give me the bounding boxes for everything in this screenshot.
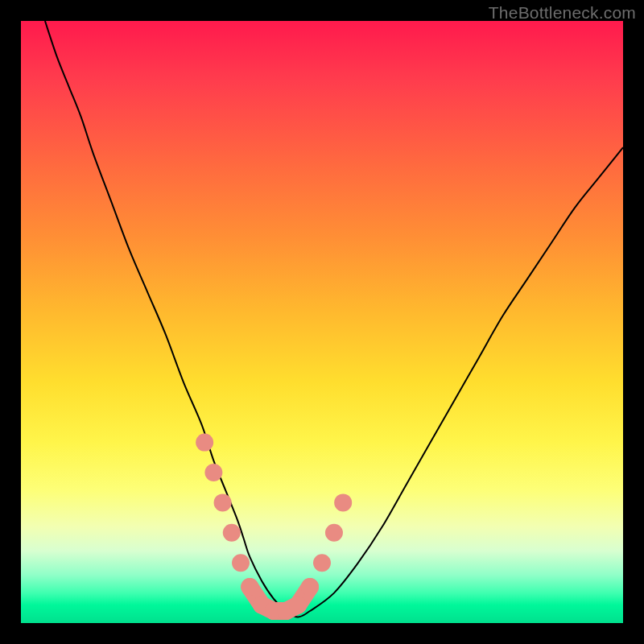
marker-dot (241, 578, 258, 596)
marker-dot (204, 464, 222, 481)
marker-dot (301, 578, 319, 596)
chart-frame: TheBottleneck.com (0, 0, 644, 644)
marker-dot (214, 493, 232, 511)
trough-markers (196, 434, 352, 620)
marker-layer (21, 21, 623, 623)
marker-dot (313, 554, 331, 572)
marker-dot (223, 524, 241, 542)
plot-area (21, 21, 623, 623)
marker-dot (334, 493, 352, 511)
marker-dot (325, 524, 343, 542)
marker-dot (196, 434, 213, 452)
marker-dot (232, 554, 250, 572)
marker-dot (289, 597, 307, 614)
watermark-text: TheBottleneck.com (489, 3, 636, 23)
